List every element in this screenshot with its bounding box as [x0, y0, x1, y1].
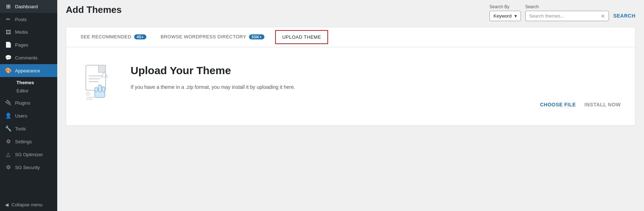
upload-actions: CHOOSE FILE INSTALL NOW — [540, 95, 621, 107]
tools-icon: 🔧 — [5, 125, 11, 132]
search-label: Search — [525, 4, 609, 9]
content-area: SEE RECOMMENDED 45+ BROWSE WORDPRESS DIR… — [57, 21, 644, 211]
sidebar-item-label: Pages — [15, 42, 28, 48]
topbar: Add Themes Search By Keyword ▾ Search ✕ … — [57, 0, 644, 21]
upload-title: Upload Your Theme — [131, 64, 526, 77]
dashboard-icon: ⊞ — [5, 3, 11, 10]
sidebar-item-label: Comments — [15, 55, 38, 61]
search-input-wrap: ✕ — [525, 11, 609, 21]
search-by-label: Search By — [489, 4, 521, 9]
tab-recommended-label: SEE RECOMMENDED — [80, 34, 131, 39]
sidebar-item-label: Users — [15, 113, 27, 119]
sidebar-item-label: Posts — [15, 17, 27, 22]
search-by-select[interactable]: Keyword ▾ — [489, 11, 521, 21]
tab-recommended-badge: 45+ — [134, 34, 146, 39]
collapse-menu[interactable]: ◀ Collapse menu — [0, 198, 57, 211]
posts-icon: ✏ — [5, 16, 11, 23]
sidebar-item-label: Media — [15, 29, 28, 35]
collapse-icon: ◀ — [5, 202, 9, 207]
chevron-down-icon: ▾ — [514, 13, 517, 19]
plugins-icon: 🔌 — [5, 100, 11, 106]
collapse-label: Collapse menu — [11, 202, 43, 207]
search-group: Search ✕ — [525, 4, 609, 21]
sidebar-item-sg-optimizer[interactable]: △ SG Optimizer — [0, 148, 57, 161]
sidebar-item-plugins[interactable]: 🔌 Plugins — [0, 96, 57, 109]
search-area: Search By Keyword ▾ Search ✕ SEARCH — [489, 4, 635, 21]
sg-optimizer-icon: △ — [5, 151, 11, 158]
users-icon: 👤 — [5, 112, 11, 119]
sidebar-sub-appearance: Themes Editor — [0, 77, 57, 96]
sg-security-icon: ⚙ — [5, 164, 11, 171]
sidebar-item-settings[interactable]: ⚙ Settings — [0, 135, 57, 148]
sidebar-sub-item-themes[interactable]: Themes — [14, 78, 57, 87]
page-title: Add Themes — [66, 4, 122, 17]
svg-rect-6 — [102, 87, 105, 92]
tab-recommended[interactable]: SEE RECOMMENDED 45+ — [73, 28, 153, 46]
search-button[interactable]: SEARCH — [613, 10, 635, 21]
sidebar-item-tools[interactable]: 🔧 Tools — [0, 122, 57, 135]
tab-upload-label: UPLOAD THEME — [282, 34, 321, 40]
upload-description: If you have a theme in a .zip format, yo… — [131, 83, 526, 91]
sidebar-item-media[interactable]: 🖼 Media — [0, 26, 57, 38]
settings-icon: ⚙ — [5, 138, 11, 145]
sidebar-item-sg-security[interactable]: ⚙ SG Security — [0, 161, 57, 174]
sidebar-item-dashboard[interactable]: ⊞ Dashboard — [0, 0, 57, 13]
search-input[interactable] — [528, 11, 599, 21]
upload-panel: Upload Your Theme If you have a theme in… — [66, 47, 635, 126]
tabs-bar: SEE RECOMMENDED 45+ BROWSE WORDPRESS DIR… — [66, 27, 635, 47]
svg-rect-7 — [95, 87, 98, 92]
choose-file-button[interactable]: CHOOSE FILE — [540, 102, 576, 107]
appearance-icon: 🎨 — [5, 67, 11, 74]
tab-browse-label: BROWSE WORDPRESS DIRECTORY — [161, 34, 246, 39]
sidebar-item-label: Settings — [15, 139, 32, 144]
sidebar: ⊞ Dashboard ✏ Posts 🖼 Media 📄 Pages 💬 Co… — [0, 0, 57, 211]
svg-point-8 — [87, 92, 89, 95]
comments-icon: 💬 — [5, 54, 11, 61]
clear-icon[interactable]: ✕ — [599, 13, 606, 20]
upload-info: Upload Your Theme If you have a theme in… — [131, 62, 526, 91]
pages-icon: 📄 — [5, 42, 11, 48]
upload-illustration — [80, 62, 116, 105]
sidebar-sub-item-editor[interactable]: Editor — [14, 87, 57, 95]
search-by-group: Search By Keyword ▾ — [489, 4, 521, 21]
sidebar-item-label: SG Security — [15, 165, 40, 170]
sidebar-item-label: SG Optimizer — [15, 152, 43, 157]
sidebar-item-appearance[interactable]: 🎨 Appearance — [0, 64, 57, 77]
sidebar-item-label: Plugins — [15, 100, 30, 106]
sidebar-item-label: Appearance — [15, 68, 40, 73]
media-icon: 🖼 — [5, 29, 11, 35]
tab-browse[interactable]: BROWSE WORDPRESS DIRECTORY 55K+ — [153, 28, 272, 46]
svg-rect-5 — [98, 85, 102, 92]
sidebar-item-label: Dashboard — [15, 4, 38, 9]
tab-upload[interactable]: UPLOAD THEME — [275, 30, 328, 44]
sidebar-item-pages[interactable]: 📄 Pages — [0, 38, 57, 51]
sidebar-item-comments[interactable]: 💬 Comments — [0, 51, 57, 64]
sidebar-item-users[interactable]: 👤 Users — [0, 109, 57, 122]
main-content: Add Themes Search By Keyword ▾ Search ✕ … — [57, 0, 644, 211]
install-now-button[interactable]: INSTALL NOW — [585, 102, 621, 107]
search-by-value: Keyword — [493, 13, 512, 19]
sidebar-item-posts[interactable]: ✏ Posts — [0, 13, 57, 26]
sidebar-item-label: Tools — [15, 126, 26, 131]
tab-browse-badge: 55K+ — [249, 34, 264, 39]
